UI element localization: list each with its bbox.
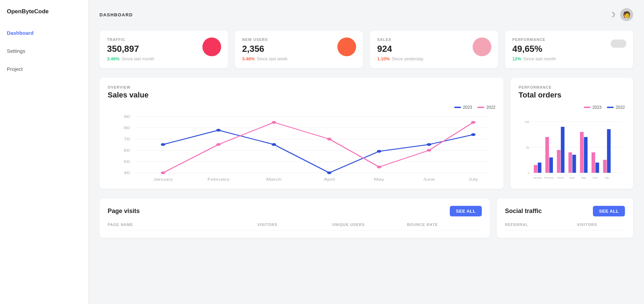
col-referral: REFERRAL — [505, 223, 577, 227]
users-label: NEW USERS — [242, 37, 356, 42]
svg-rect-46 — [572, 155, 576, 173]
performance-value: 49,65% — [512, 44, 626, 54]
svg-point-32 — [471, 121, 475, 124]
svg-text:0: 0 — [528, 171, 530, 175]
page-visits-columns: PAGE NAME VISITORS UNIQUE USERS BOUNCE R… — [108, 223, 482, 230]
overview-chart-card: OVERVIEW Sales value 2023 2022 — [99, 78, 504, 189]
sidebar: OpenByteCode Dashboard Settings Project — [0, 0, 89, 304]
svg-text:July: July — [469, 178, 478, 181]
svg-point-26 — [161, 171, 165, 174]
svg-text:March: March — [557, 176, 564, 180]
col-bounce-rate: BOUNCE RATE — [407, 223, 482, 227]
svg-point-31 — [427, 149, 431, 152]
users-change: 3.48% Since last week — [242, 56, 356, 61]
performance-legend: 2023 2022 — [519, 105, 625, 110]
col-unique-users: UNIQUE USERS — [332, 223, 407, 227]
performance-chart-label: PERFORMANCE — [519, 85, 625, 89]
users-desc: Since last week — [257, 56, 287, 61]
moon-icon[interactable]: ☽ — [609, 11, 615, 19]
line-chart-svg: 90 80 70 60 50 40 January February March… — [108, 113, 495, 181]
performance-desc: Since last month — [523, 56, 556, 61]
performance-toggle[interactable] — [611, 40, 626, 48]
users-pct: 3.48% — [242, 56, 255, 61]
svg-rect-39 — [534, 165, 538, 173]
svg-rect-49 — [592, 152, 595, 173]
performance-chart-card: PERFORMANCE Total orders 2023 2022 — [510, 78, 633, 189]
legend-label-2023: 2023 — [463, 105, 472, 110]
sidebar-item-project[interactable]: Project — [7, 65, 81, 73]
users-circle — [337, 37, 356, 56]
svg-rect-43 — [557, 150, 561, 173]
svg-rect-47 — [580, 132, 584, 173]
svg-text:70: 70 — [124, 137, 130, 141]
legend-label-2022: 2022 — [486, 105, 495, 110]
page-visits-card: Page visits SEE ALL PAGE NAME VISITORS U… — [99, 198, 490, 238]
svg-text:50: 50 — [124, 160, 130, 164]
svg-point-30 — [377, 166, 381, 168]
svg-text:50: 50 — [526, 146, 529, 150]
svg-point-20 — [216, 129, 221, 132]
svg-rect-51 — [603, 160, 607, 173]
stat-cards: TRAFFIC 350,897 3.48% Since last month N… — [99, 31, 633, 68]
svg-text:January: January — [533, 176, 542, 180]
svg-rect-40 — [538, 163, 541, 173]
svg-rect-45 — [568, 152, 572, 173]
sidebar-item-settings[interactable]: Settings — [7, 47, 81, 55]
bar-chart-svg: 100 50 0 — [519, 113, 625, 181]
col-social-visitors: VISITORS — [577, 223, 625, 227]
svg-point-28 — [272, 121, 276, 124]
overview-label: OVERVIEW — [108, 85, 495, 89]
social-traffic-header: Social traffic SEE ALL — [505, 206, 625, 216]
header: DASHBOARD ☽ 🧑 — [99, 8, 633, 21]
svg-rect-44 — [561, 127, 565, 173]
svg-text:May: May — [581, 176, 586, 180]
page-visits-title: Page visits — [108, 208, 140, 215]
perf-dot-blue — [607, 107, 614, 108]
sidebar-item-dashboard[interactable]: Dashboard — [7, 29, 81, 37]
overview-legend: 2023 2022 — [108, 105, 495, 110]
col-visitors: VISITORS — [257, 223, 332, 227]
svg-point-23 — [377, 150, 381, 153]
svg-point-27 — [216, 143, 221, 146]
svg-point-22 — [327, 171, 332, 174]
stat-card-performance: PERFORMANCE 49,65% 12% Since last month — [505, 31, 633, 68]
performance-chart-title: Total orders — [519, 91, 625, 100]
traffic-desc: Since last month — [122, 56, 154, 61]
social-traffic-columns: REFERRAL VISITORS — [505, 223, 625, 230]
svg-point-25 — [471, 133, 475, 136]
traffic-circle — [202, 37, 221, 56]
legend-dot-blue — [454, 107, 461, 108]
svg-text:March: March — [266, 178, 281, 181]
traffic-change: 3.48% Since last month — [107, 56, 220, 61]
social-traffic-title: Social traffic — [505, 208, 542, 215]
svg-rect-50 — [596, 163, 599, 173]
svg-point-19 — [161, 143, 165, 146]
stat-card-sales: SALES 924 1.10% Since yesterday — [370, 31, 498, 68]
stat-card-traffic: TRAFFIC 350,897 3.48% Since last month — [99, 31, 228, 68]
svg-point-24 — [427, 143, 431, 146]
perf-label-2022: 2022 — [616, 105, 625, 110]
legend-dot-pink — [477, 107, 484, 108]
page-visits-see-all[interactable]: SEE ALL — [450, 206, 482, 216]
social-traffic-card: Social traffic SEE ALL REFERRAL VISITORS — [497, 198, 633, 238]
svg-text:60: 60 — [124, 149, 130, 152]
svg-point-29 — [327, 138, 332, 140]
sales-circle — [473, 37, 491, 56]
perf-dot-pink — [584, 107, 591, 108]
performance-pct: 12% — [512, 56, 521, 61]
app-logo: OpenByteCode — [7, 8, 81, 15]
avatar[interactable]: 🧑 — [620, 8, 633, 21]
svg-point-21 — [272, 143, 276, 146]
social-traffic-see-all[interactable]: SEE ALL — [593, 206, 625, 216]
sales-label: SALES — [377, 37, 491, 42]
bottom-row: Page visits SEE ALL PAGE NAME VISITORS U… — [99, 198, 633, 238]
perf-legend-2023: 2023 — [584, 105, 602, 110]
svg-text:February: February — [208, 178, 230, 181]
overview-title: Sales value — [108, 91, 495, 100]
performance-label: PERFORMANCE — [512, 37, 626, 42]
svg-text:January: January — [153, 178, 173, 181]
svg-text:40: 40 — [124, 171, 130, 175]
svg-rect-42 — [549, 157, 553, 173]
svg-text:June: June — [423, 178, 435, 181]
sidebar-nav: Dashboard Settings Project — [7, 29, 81, 73]
